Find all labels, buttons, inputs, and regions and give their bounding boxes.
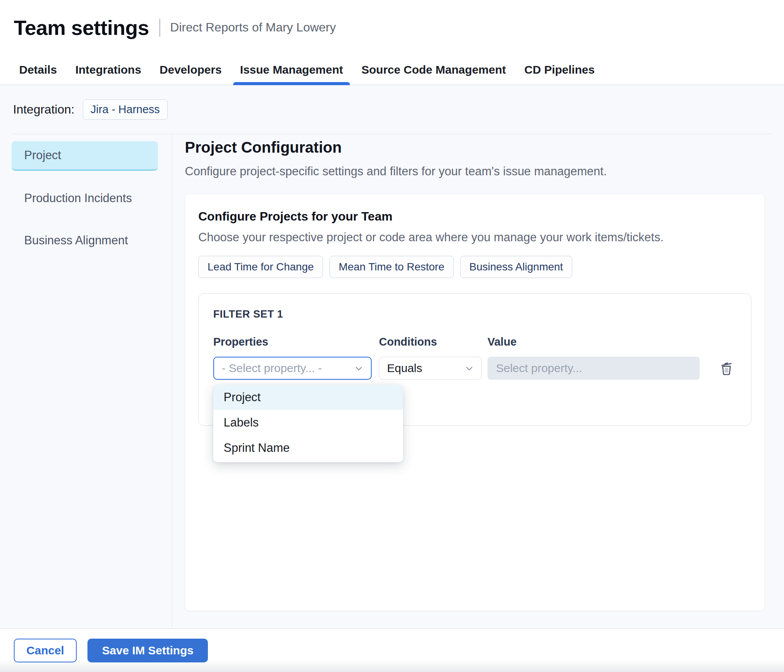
content-body: Project Production Incidents Business Al… xyxy=(0,134,784,628)
sidebar-item-production-incidents[interactable]: Production Incidents xyxy=(12,183,158,213)
properties-column: Properties - Select property... - xyxy=(213,336,372,380)
tab-issue-management[interactable]: Issue Management xyxy=(240,55,343,84)
filter-set-panel: FILTER SET 1 Properties - Select propert… xyxy=(198,293,751,426)
save-im-settings-button[interactable]: Save IM Settings xyxy=(87,639,208,662)
filter-row: Properties - Select property... - Condit… xyxy=(213,336,736,380)
page-title: Team settings xyxy=(14,16,149,40)
delete-filter-button[interactable] xyxy=(716,357,736,380)
card-title: Configure Projects for your Team xyxy=(198,209,751,224)
conditions-column-label: Conditions xyxy=(379,336,482,348)
dropdown-option-project[interactable]: Project xyxy=(213,385,403,410)
tab-source-code-management[interactable]: Source Code Management xyxy=(361,55,506,84)
value-input[interactable] xyxy=(488,357,700,380)
property-select[interactable]: - Select property... - xyxy=(213,357,372,380)
project-config-card: Configure Projects for your Team Choose … xyxy=(185,194,765,611)
property-select-placeholder: - Select property... - xyxy=(222,362,322,375)
value-column-label: Value xyxy=(488,336,700,348)
integration-bar-inner: Integration: Jira - Harness xyxy=(13,85,771,134)
page-header: Team settings Direct Reports of Mary Low… xyxy=(0,0,784,55)
integration-chip[interactable]: Jira - Harness xyxy=(83,99,168,120)
condition-select[interactable]: Equals xyxy=(379,357,482,380)
tab-bar: Details Integrations Developers Issue Ma… xyxy=(0,55,784,85)
sidebar-item-business-alignment[interactable]: Business Alignment xyxy=(12,226,158,255)
chip-business-alignment[interactable]: Business Alignment xyxy=(460,256,572,278)
tab-details[interactable]: Details xyxy=(19,55,57,84)
footer-bar: Cancel Save IM Settings xyxy=(0,628,784,672)
integration-label: Integration: xyxy=(13,102,74,117)
card-description: Choose your respective project or code a… xyxy=(198,231,751,244)
value-column: Value xyxy=(488,336,700,380)
cancel-button[interactable]: Cancel xyxy=(14,639,77,662)
section-title: Project Configuration xyxy=(185,139,765,156)
properties-column-label: Properties xyxy=(213,336,372,348)
metric-chip-group: Lead Time for Change Mean Time to Restor… xyxy=(198,256,751,278)
filter-set-title: FILTER SET 1 xyxy=(213,308,736,320)
tab-integrations[interactable]: Integrations xyxy=(75,55,141,84)
dropdown-option-labels[interactable]: Labels xyxy=(213,410,403,435)
tab-cd-pipelines[interactable]: CD Pipelines xyxy=(524,55,595,84)
condition-select-value: Equals xyxy=(387,362,422,375)
conditions-column: Conditions Equals xyxy=(379,336,482,380)
main-content: Project Configuration Configure project-… xyxy=(172,134,784,628)
property-dropdown: Project Labels Sprint Name xyxy=(213,385,403,462)
chevron-down-icon xyxy=(354,363,364,374)
trash-icon xyxy=(718,359,735,377)
dropdown-option-sprint-name[interactable]: Sprint Name xyxy=(213,435,403,461)
page-subtitle: Direct Reports of Mary Lowery xyxy=(170,20,336,35)
integration-bar: Integration: Jira - Harness xyxy=(0,85,784,134)
title-divider xyxy=(159,18,160,37)
sidebar: Project Production Incidents Business Al… xyxy=(0,134,172,628)
tab-developers[interactable]: Developers xyxy=(160,55,222,84)
sidebar-item-project[interactable]: Project xyxy=(12,141,158,171)
section-description: Configure project-specific settings and … xyxy=(185,165,765,178)
chip-mean-time-to-restore[interactable]: Mean Time to Restore xyxy=(329,256,453,278)
chevron-down-icon xyxy=(464,363,474,374)
team-settings-page: Team settings Direct Reports of Mary Low… xyxy=(0,0,784,672)
chip-lead-time-for-change[interactable]: Lead Time for Change xyxy=(198,256,323,278)
